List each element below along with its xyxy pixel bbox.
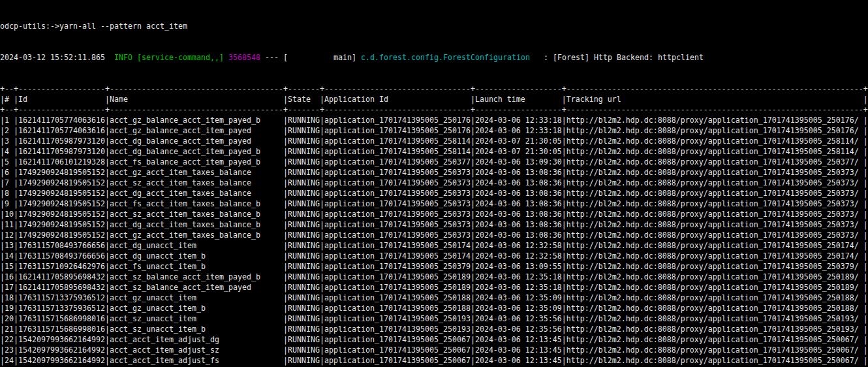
table-row: |9 |1749290924819505152|acct_fs_acct_ite… xyxy=(0,199,868,209)
table-row: |4 |1621411705987973120|acct_dg_balance_… xyxy=(0,146,868,157)
table-row: |10|1749290924819505152|acct_sz_acct_ite… xyxy=(0,209,868,219)
table-row: |19|1763115713375936512|acct_gz_unacct_i… xyxy=(0,303,868,313)
table-row: |18|1763115713375936512|acct_gz_unacct_i… xyxy=(0,293,868,303)
table-row: |2 |1621411705774063616|acct_gz_balance_… xyxy=(0,125,868,136)
log-level-context: INFO [service-command,,] xyxy=(114,53,224,62)
table-row: |20|1763115715686998016|acct_sz_unacct_i… xyxy=(0,313,868,324)
table-row: |17|1621411705895698432|acct_sz_balance_… xyxy=(0,282,868,293)
yarn-applications-table: +--+-------------------+----------------… xyxy=(0,84,868,367)
table-row: |11|1749290924819505152|acct_dg_acct_ite… xyxy=(0,219,868,230)
table-row: |14|1763115708493766656|acct_dg_unacct_i… xyxy=(0,251,868,261)
table-border-header: +--+-------------------+----------------… xyxy=(0,104,868,115)
log-timestamp: 2024-03-12 15:52:11.865 xyxy=(0,53,114,62)
table-row: |8 |1749290924819505152|acct_dg_acct_ite… xyxy=(0,188,868,199)
table-row: |3 |1621411705987973120|acct_dg_balance_… xyxy=(0,136,868,146)
table-row: |1 |1621411705774063616|acct_gz_balance_… xyxy=(0,115,868,125)
table-row: |6 |1749290924819505152|acct_gz_acct_ite… xyxy=(0,167,868,178)
terminal: odcp-utils:->yarn-all --pattern acct_ite… xyxy=(0,0,868,367)
table-row: |16|1621411705895698432|acct_sz_balance_… xyxy=(0,272,868,282)
command-line[interactable]: odcp-utils:->yarn-all --pattern acct_ite… xyxy=(0,21,868,31)
shell-prompt: odcp-utils:-> xyxy=(0,22,59,31)
log-message: : [Forest] Http Backend: httpclient xyxy=(530,53,704,62)
log-logger: c.d.forest.config.ForestConfiguration xyxy=(361,53,530,62)
table-row: |5 |1621411706101219328|acct_fs_balance_… xyxy=(0,157,868,167)
table-header-row: |# |Id |Name |State |Application Id |Lau… xyxy=(0,94,868,104)
table-row: |7 |1749290924819505152|acct_sz_acct_ite… xyxy=(0,178,868,188)
log-line: 2024-03-12 15:52:11.865 INFO [service-co… xyxy=(0,52,868,63)
log-separator-thread: --- [ main] xyxy=(260,53,361,62)
table-row: |24|1542097993662164992|acct_acct_item_a… xyxy=(0,355,868,366)
table-border-top: +--+-------------------+----------------… xyxy=(0,84,868,94)
log-pid: 3568548 xyxy=(228,53,260,62)
table-row: |12|1749290924819505152|acct_gz_acct_ite… xyxy=(0,230,868,240)
table-row: |13|1763115708493766656|acct_dg_unacct_i… xyxy=(0,240,868,251)
table-row: |21|1763115715686998016|acct_sz_unacct_i… xyxy=(0,324,868,334)
table-row: |15|1763115710926462976|acct_fs_unacct_i… xyxy=(0,261,868,272)
table-row: |22|1542097993662164992|acct_acct_item_a… xyxy=(0,334,868,345)
command-text: yarn-all --pattern acct_item xyxy=(59,22,187,31)
table-row: |23|1542097993662164992|acct_acct_item_a… xyxy=(0,345,868,355)
log-gap xyxy=(224,53,228,62)
